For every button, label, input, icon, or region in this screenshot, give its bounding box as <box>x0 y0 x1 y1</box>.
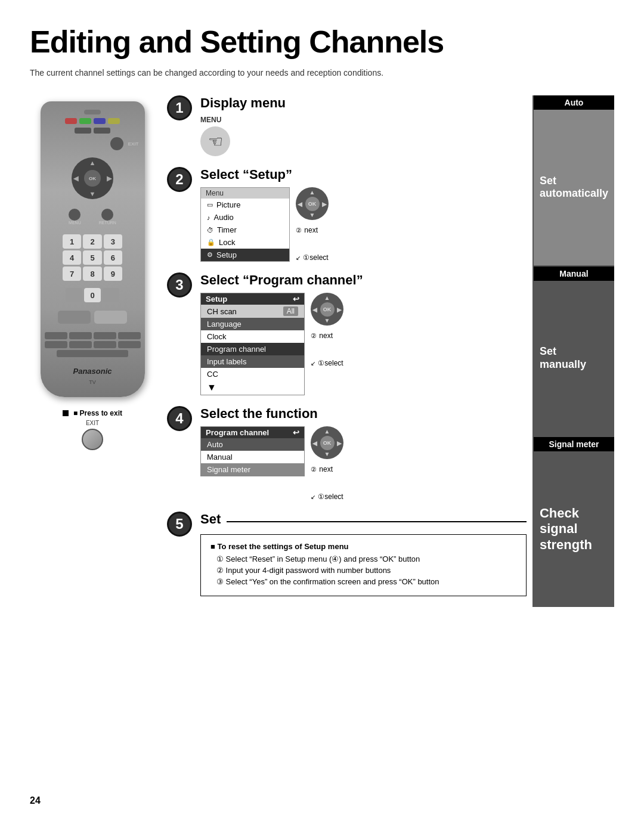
numkey-4[interactable]: 4 <box>63 250 81 265</box>
step3-program-channel: Program channel <box>201 343 304 355</box>
right-sidebar: Auto Set automatically Manual Set manual… <box>532 95 614 607</box>
step2-menu-box: Menu ▭ Picture ♪ Audio ⏱ Timer 🔒 Lock ⚙ … <box>200 187 527 262</box>
back-icon: ↩ <box>293 295 299 303</box>
step1-title: Display menu <box>200 95 527 111</box>
step2-menu-header: Menu <box>201 188 289 199</box>
step4-manual: Manual <box>201 451 304 463</box>
step2-ok-dpad: ▲ ▼ ◀ ▶ OK <box>296 187 329 220</box>
page-number: 24 <box>30 795 41 806</box>
numkey-2[interactable]: 2 <box>83 234 101 249</box>
step4-auto: Auto <box>201 438 304 451</box>
step2-content: Select “Setup” Menu ▭ Picture ♪ Audio ⏱ … <box>200 167 527 262</box>
numkey-7[interactable]: 7 <box>63 267 81 281</box>
numkey-6[interactable]: 6 <box>104 250 122 265</box>
step4-menu-header: Program channel ↩ <box>201 427 304 438</box>
step2-menu-item-setup: ⚙ Setup <box>201 249 289 261</box>
numkey-8[interactable]: 8 <box>83 267 101 281</box>
remote-control: EXIT OK ▲ ▼ ◀ ▶ <box>41 101 145 397</box>
step3-menu-header: Setup ↩ <box>201 293 304 305</box>
step3-clock: Clock <box>201 330 304 343</box>
numkey-5[interactable]: 5 <box>83 250 101 265</box>
step2-title: Select “Setup” <box>200 167 527 182</box>
step2-menu-item-audio: ♪ Audio <box>201 211 289 224</box>
numkey-9[interactable]: 9 <box>104 267 122 281</box>
step3-language: Language <box>201 318 304 330</box>
page-title: Editing and Setting Channels <box>30 24 614 60</box>
step1-badge: 1 <box>167 95 192 120</box>
step2-menu-item-picture: ▭ Picture <box>201 199 289 211</box>
step5-title: Set <box>200 512 221 527</box>
step5-line <box>227 521 527 522</box>
center-column: 1 Display menu MENU ☜ 2 Select “Setup” M… <box>155 95 532 607</box>
step4-nav-labels: ②next ↙①select <box>311 465 343 501</box>
sidebar-manual-header: Manual <box>534 267 614 281</box>
step3-ok-dpad: ▲ ▼ ◀ ▶ OK <box>311 293 343 326</box>
press-exit-area: ■ Press to exit EXIT <box>63 409 122 450</box>
sidebar-auto-body: Set automatically <box>534 110 614 265</box>
sidebar-auto-header: Auto <box>534 95 614 110</box>
sidebar-signal-header: Signal meter <box>534 437 614 451</box>
reset-item-1: ① Select “Reset” in Setup menu (④) and p… <box>216 555 516 563</box>
step4-title: Select the function <box>200 406 527 422</box>
left-column: EXIT OK ▲ ▼ ◀ ▶ <box>30 95 155 607</box>
numkey-0[interactable]: 0 <box>84 288 101 302</box>
step1-content: Display menu MENU ☜ <box>200 95 527 156</box>
step3-ok-area: ▲ ▼ ◀ ▶ OK ②next ↙①select <box>311 293 343 367</box>
step2-menu-item-timer: ⏱ Timer <box>201 224 289 236</box>
step3-cc: CC <box>201 368 304 380</box>
subtitle: The current channel settings can be chan… <box>30 68 614 78</box>
sidebar-signal-body: Check signal strength <box>534 451 614 607</box>
sidebar-manual-body-text: Set manually <box>540 345 586 371</box>
sidebar-auto-body-text: Set automatically <box>540 175 608 200</box>
reset-box: ■ To reset the settings of Setup menu ① … <box>200 534 527 596</box>
sidebar-auto: Auto Set automatically <box>534 95 614 267</box>
step2-ok-area: ▲ ▼ ◀ ▶ OK ②next ↙①select <box>296 187 329 262</box>
exit-button[interactable] <box>82 429 103 450</box>
step4-ok-area: ▲ ▼ ◀ ▶ OK ②next ↙①select <box>311 426 343 501</box>
picture-icon: ▭ <box>207 201 213 209</box>
menu-hand-icon: ☜ <box>200 126 230 156</box>
step3-more: ▼ <box>201 380 304 395</box>
step4-menu-list: Program channel ↩ Auto Manual Signal met… <box>200 426 305 476</box>
step3-menu-box: Setup ↩ CH scan All Language Clock Progr… <box>200 293 527 395</box>
setup-icon: ⚙ <box>207 251 213 259</box>
step3-content: Select “Program channel” Setup ↩ CH scan… <box>200 272 527 395</box>
press-exit-label: ■ Press to exit <box>73 409 122 417</box>
reset-box-title: ■ To reset the settings of Setup menu <box>210 542 516 551</box>
step2-menu-item-lock: 🔒 Lock <box>201 236 289 249</box>
tv-label: TV <box>89 379 96 385</box>
sidebar-manual-body: Set manually <box>534 281 614 436</box>
step3-title: Select “Program channel” <box>200 272 527 288</box>
step4-menu-box: Program channel ↩ Auto Manual Signal met… <box>200 426 527 501</box>
step2-next-label: next <box>304 226 318 234</box>
numkey-3[interactable]: 3 <box>104 234 122 249</box>
numkey-1[interactable]: 1 <box>63 234 81 249</box>
numpad: 1 2 3 4 5 6 7 8 9 <box>63 234 122 281</box>
sidebar-signal-body-text: Check signal strength <box>540 506 592 553</box>
step4-badge: 4 <box>167 406 192 431</box>
step4: 4 Select the function Program channel ↩ … <box>167 406 527 501</box>
step3-ch-scan: CH scan All <box>201 305 304 318</box>
step3-input-labels: Input labels <box>201 355 304 368</box>
step3-menu-list: Setup ↩ CH scan All Language Clock Progr… <box>200 293 305 395</box>
step3-nav-labels: ②next ↙①select <box>311 332 343 367</box>
reset-item-3: ③ Select “Yes” on the confirmation scree… <box>216 577 516 586</box>
step2-nav-labels: ②next ↙①select <box>296 226 328 262</box>
press-exit-indicator <box>63 410 69 416</box>
remote-dpad[interactable]: OK ▲ ▼ ◀ ▶ <box>72 157 113 199</box>
sidebar-signal: Signal meter Check signal strength <box>534 437 614 607</box>
back-icon2: ↩ <box>293 428 299 437</box>
step1-sub: MENU <box>200 116 527 124</box>
step5-content: Set ■ To reset the settings of Setup men… <box>200 512 527 596</box>
step2: 2 Select “Setup” Menu ▭ Picture ♪ Audio … <box>167 167 527 262</box>
timer-icon: ⏱ <box>207 227 213 234</box>
audio-icon: ♪ <box>207 214 210 221</box>
step5: 5 Set ■ To reset the settings of Setup m… <box>167 512 527 596</box>
ok-center-label: OK <box>305 197 320 211</box>
lock-icon: 🔒 <box>207 238 215 246</box>
reset-item-2: ② Input your 4-digit password with numbe… <box>216 566 516 575</box>
brand-label: Panasonic <box>73 367 112 376</box>
ch-scan-badge: All <box>283 306 298 316</box>
sidebar-manual: Manual Set manually <box>534 267 614 438</box>
step4-ok-dpad: ▲ ▼ ◀ ▶ OK <box>311 426 343 459</box>
